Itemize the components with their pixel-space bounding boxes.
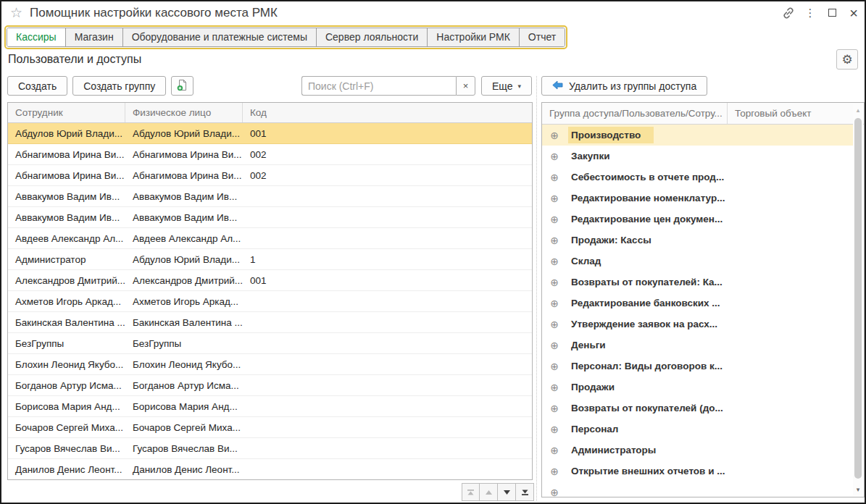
more-actions-button[interactable]: Еще ▾ <box>481 76 532 96</box>
table-row[interactable]: Ахметов Игорь Аркад... Ахметов Игорь Арк… <box>8 291 532 312</box>
table-row[interactable]: Богданов Артур Исма... Богданов Артур Ис… <box>8 375 532 396</box>
table-row[interactable]: Аввакумов Вадим Ив... Аввакумов Вадим Ив… <box>8 186 532 207</box>
employee-cell: Гусаров Вячеслав Ви... <box>8 438 125 458</box>
expand-node-icon[interactable]: ⊕ <box>549 277 559 288</box>
tab[interactable]: Настройки РМК <box>428 28 520 46</box>
link-icon[interactable] <box>778 4 799 22</box>
tree-row[interactable]: ⊕ Персонал: Виды договоров к... <box>542 356 853 377</box>
table-row[interactable]: Блохин Леонид Якубо... Блохин Леонид Яку… <box>8 354 532 375</box>
move-up-button[interactable] <box>480 483 498 501</box>
access-group-label: Себестоимость в отчете прод... <box>568 169 737 185</box>
table-row[interactable]: Администратор Абдулов Юрий Влади... 1 <box>8 249 532 270</box>
expand-node-icon[interactable]: ⊕ <box>549 256 559 267</box>
code-cell <box>243 396 532 416</box>
tree-row[interactable]: ⊕ Деньги <box>542 335 853 356</box>
tree-row[interactable]: ⊕ Возвраты от покупателей (до... <box>542 398 853 419</box>
expand-node-icon[interactable]: ⊕ <box>549 361 559 372</box>
close-button[interactable]: × <box>843 4 865 22</box>
column-header-person[interactable]: Физическое лицо <box>125 103 243 122</box>
expand-node-icon[interactable]: ⊕ <box>549 382 559 393</box>
code-cell: 002 <box>243 165 532 185</box>
tree-row[interactable]: ⊕ Редактирование банковских ... <box>542 293 853 314</box>
column-header-trade-object[interactable]: Торговый объект <box>728 103 853 124</box>
more-actions-label: Еще <box>492 80 513 92</box>
scrollbar-thumb[interactable] <box>854 118 862 479</box>
expand-node-icon[interactable]: ⊕ <box>549 487 559 497</box>
more-menu-icon[interactable]: ⋮ <box>799 4 821 22</box>
tab[interactable]: Магазин <box>66 28 123 46</box>
scroll-down-arrow[interactable]: ▾ <box>853 484 863 495</box>
vertical-scrollbar: ▴ ▾ <box>853 104 863 496</box>
tree-row[interactable]: ⊕ Возвраты от покупателей: Ка... <box>542 272 853 293</box>
expand-node-icon[interactable]: ⊕ <box>549 172 559 183</box>
expand-node-icon[interactable]: ⊕ <box>549 298 559 309</box>
column-header-employee[interactable]: Сотрудник <box>8 103 125 122</box>
tree-row[interactable]: ⊕ Редактирование номенклатур... <box>542 188 853 209</box>
expand-node-icon[interactable]: ⊕ <box>549 466 559 477</box>
table-row[interactable]: Данилов Денис Леонт... Данилов Денис Лео… <box>8 459 532 480</box>
expand-node-icon[interactable]: ⊕ <box>549 403 559 414</box>
tab[interactable]: Кассиры <box>7 28 66 46</box>
create-button[interactable]: Создать <box>7 76 67 96</box>
employees-table: Сотрудник Физическое лицо Код Абдулов Юр… <box>7 102 533 480</box>
search-input[interactable] <box>301 76 456 96</box>
copy-button[interactable] <box>171 76 193 96</box>
expand-node-icon[interactable]: ⊕ <box>549 445 559 456</box>
tree-row[interactable]: ⊕ Редактирование цен докумен... <box>542 209 853 230</box>
table-row[interactable]: Борисова Мария Анд... Борисова Мария Анд… <box>8 396 532 417</box>
tree-row[interactable]: ⊕ Закупки <box>542 146 853 167</box>
table-row[interactable]: Абдулов Юрий Влади... Абдулов Юрий Влади… <box>8 123 532 144</box>
expand-node-icon[interactable]: ⊕ <box>549 235 559 246</box>
employee-cell: Абдулов Юрий Влади... <box>8 123 125 143</box>
access-group-label: Закупки <box>568 148 623 164</box>
table-row[interactable]: Бакинская Валентина ... Бакинская Валент… <box>8 312 532 333</box>
favorite-star-icon[interactable]: ☆ <box>10 6 22 20</box>
expand-node-icon[interactable]: ⊕ <box>549 151 559 162</box>
settings-button[interactable]: ⚙ <box>836 49 858 70</box>
panel-splitter[interactable] <box>536 76 537 501</box>
tree-row[interactable]: ⊕ Себестоимость в отчете прод... <box>542 167 853 188</box>
expand-node-icon[interactable]: ⊕ <box>549 424 559 435</box>
expand-node-icon[interactable]: ⊕ <box>549 193 559 204</box>
tab[interactable]: Отчет <box>520 28 565 46</box>
tab[interactable]: Оборудование и платежные системы <box>123 28 317 46</box>
tree-row[interactable]: ⊕ Продажи: Кассы <box>542 230 853 251</box>
expand-node-icon[interactable]: ⊕ <box>549 319 559 330</box>
go-to-bottom-button[interactable] <box>516 483 534 501</box>
tree-row[interactable]: ⊕ Продажи <box>542 377 853 398</box>
table-row[interactable]: Аввакумов Вадим Ив... Аввакумов Вадим Ив… <box>8 207 532 228</box>
move-down-button[interactable] <box>498 483 516 501</box>
create-group-button[interactable]: Создать группу <box>72 76 166 96</box>
employees-table-body: Абдулов Юрий Влади... Абдулов Юрий Влади… <box>8 123 532 480</box>
tree-row[interactable]: ⊕ Администраторы <box>542 440 853 461</box>
tree-row[interactable]: ⊕ Производство <box>542 125 853 146</box>
expand-node-icon[interactable]: ⊕ <box>549 214 559 225</box>
tree-row[interactable]: ⊕ Персонал <box>542 419 853 440</box>
tree-row[interactable]: ⊕ Утверждение заявок на расх... <box>542 314 853 335</box>
tree-row[interactable]: ⊕ Открытие внешних отчетов и ... <box>542 461 853 482</box>
employee-cell: Александров Дмитрий... <box>8 270 125 290</box>
go-to-top-button[interactable] <box>462 483 480 501</box>
remove-from-access-group-button[interactable]: Удалить из группы доступа <box>541 76 707 96</box>
table-row[interactable]: Бочаров Сергей Миха... Бочаров Сергей Ми… <box>8 417 532 438</box>
table-row[interactable]: Абнагимова Ирина Ви... Абнагимова Ирина … <box>8 144 532 165</box>
access-group-label: Открытие внешних отчетов и ... <box>568 463 738 479</box>
expand-node-icon[interactable]: ⊕ <box>549 340 559 351</box>
employee-cell: Бакинская Валентина ... <box>8 312 125 332</box>
table-row[interactable]: Александров Дмитрий... Александров Дмитр… <box>8 270 532 291</box>
tree-row[interactable]: ⊕ <box>542 482 853 497</box>
expand-node-icon[interactable]: ⊕ <box>549 130 559 141</box>
clear-search-button[interactable]: × <box>456 76 475 96</box>
column-header-code[interactable]: Код <box>243 103 532 122</box>
maximize-button[interactable] <box>821 4 843 22</box>
employee-cell: Авдеев Александр Ал... <box>8 228 125 248</box>
table-row[interactable]: Гусаров Вячеслав Ви... Гусаров Вячеслав … <box>8 438 532 459</box>
tree-row[interactable]: ⊕ Склад <box>542 251 853 272</box>
table-row[interactable]: Абнагимова Ирина Ви... Абнагимова Ирина … <box>8 165 532 186</box>
table-row[interactable]: Авдеев Александр Ал... Авдеев Александр … <box>8 228 532 249</box>
column-header-access-group[interactable]: Группа доступа/Пользователь/Сотру... <box>542 103 728 124</box>
table-row[interactable]: БезГруппы БезГруппы <box>8 333 532 354</box>
copy-document-icon <box>176 79 188 93</box>
scroll-up-arrow[interactable]: ▴ <box>853 105 863 115</box>
tab[interactable]: Сервер лояльности <box>317 28 428 46</box>
